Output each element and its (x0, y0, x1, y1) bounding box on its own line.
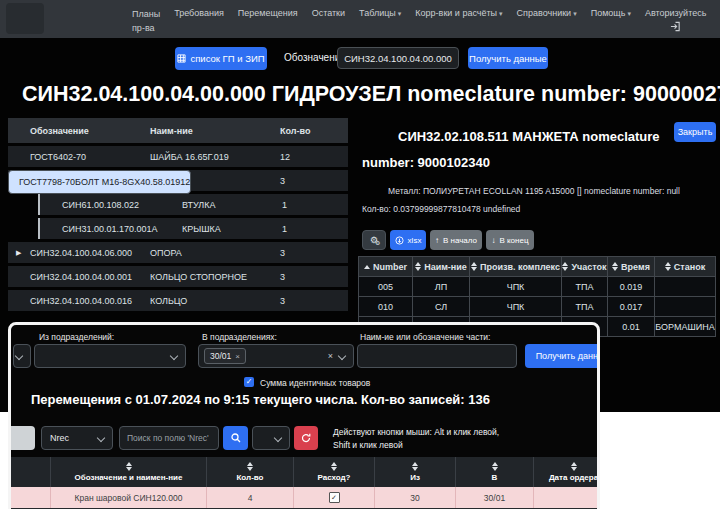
sort-header[interactable]: Из (375, 457, 456, 487)
nav-item-movements[interactable]: Перемещения (238, 8, 298, 18)
sort-icon (412, 462, 418, 471)
chevron-down-icon: ▾ (398, 10, 402, 17)
sort-icon (415, 262, 421, 271)
sort-icon (562, 262, 568, 271)
nav-item-plans[interactable]: Планы пр-ва (132, 8, 160, 35)
table-row[interactable]: 010 СЛ ЧПК ТПА 0.017 (358, 297, 716, 317)
sort-icon (571, 462, 577, 471)
sort-icon (665, 262, 671, 271)
table-row[interactable]: СИН32.04.100.04.00.001КОЛЬЦО СТОПОРНОЕ3 (8, 266, 348, 287)
sort-icon (126, 462, 132, 471)
bom-header-designation[interactable]: Обозначение (28, 126, 150, 136)
navbar-right: Авторизуйтесь Настройки ⚙ (645, 8, 720, 32)
consumed-checkbox[interactable]: ✓ (329, 492, 340, 503)
bom-header-qty[interactable]: Кол-во (280, 126, 348, 136)
row-select-header (11, 457, 51, 487)
remove-tag-icon[interactable]: × (235, 352, 240, 361)
secondary-select[interactable] (252, 426, 290, 450)
fetch-movements-button[interactable]: Получить данные (525, 344, 600, 368)
movements-heading: Перемещения с 01.07.2024 по 9:15 текущег… (31, 392, 490, 407)
refresh-icon (301, 433, 311, 443)
nav-item-login[interactable]: Авторизуйтесь (645, 8, 706, 32)
close-button[interactable]: Закрыть (674, 122, 716, 142)
from-departments-label: Из подразделений: (39, 332, 114, 342)
nav-item-stock[interactable]: Остатки (312, 8, 345, 18)
edge-button[interactable] (8, 426, 35, 450)
chevron-down-icon: ▾ (499, 10, 503, 17)
chevron-down-icon: ▾ (573, 10, 577, 17)
designation-input[interactable] (337, 47, 459, 69)
refresh-button[interactable] (294, 426, 318, 450)
fetch-data-button[interactable]: Получить данные (468, 47, 548, 69)
gears-icon: ⚙⚙ (370, 236, 378, 245)
sort-icon (612, 262, 618, 271)
sort-header[interactable]: В (456, 457, 534, 487)
detail-title: СИН32.02.108.511 МАНЖЕТА nomeclature num… (362, 124, 664, 176)
app-window: Планы пр-ва Требования Перемещения Остат… (0, 0, 720, 509)
scroll-to-end-button[interactable]: ↓В конец (486, 230, 534, 250)
edge-select[interactable] (13, 344, 31, 368)
movements-table: Обозначение и наимен-ние Кол-во Расход? … (11, 457, 600, 509)
sort-header[interactable]: Наим-ние (413, 256, 470, 277)
chevron-down-icon (170, 352, 178, 360)
sort-header[interactable]: Участок (562, 256, 608, 277)
table-row[interactable]: 005 ЛП ЧПК ТПА 0.019 (358, 277, 716, 297)
export-xlsx-button[interactable]: xlsx (390, 230, 426, 250)
search-button[interactable] (223, 426, 248, 450)
sort-header[interactable]: Number (358, 256, 413, 277)
table-row-selected[interactable]: ГОСТ7798-70БОЛТ М16-8GX40.58.01912 (8, 170, 191, 194)
nav-item-requirements[interactable]: Требования (174, 8, 224, 18)
table-row[interactable]: СИН32.04.100.04.00.016КОЛЬЦО3 (8, 290, 348, 311)
sort-header[interactable]: Произв. комплекс (470, 256, 562, 277)
arrow-up-icon: ↑ (435, 236, 439, 245)
part-name-input[interactable] (357, 344, 517, 368)
sort-icon (247, 462, 253, 471)
page-title: СИН32.04.100.04.00.000 ГИДРОУЗЕЛ nomecla… (22, 82, 712, 107)
to-departments-label: В подразделениях: (202, 332, 277, 342)
table-row[interactable]: ГОСТ6402-70ШАЙБА 16.65Г.01912 (8, 146, 348, 167)
sum-identical-checkbox[interactable]: ✓ (244, 377, 254, 387)
part-name-label: Наим-ие или обозначение части: (360, 332, 490, 342)
sort-icon (331, 462, 337, 471)
app-logo (6, 3, 44, 34)
chevron-down-icon (15, 352, 23, 360)
tree-expand-icon[interactable]: ▶ (8, 249, 28, 257)
sum-identical-label: Сумма идентичных товаров (260, 378, 370, 388)
search-icon (231, 433, 241, 443)
sort-header[interactable]: Обозначение и наимен-ние (51, 457, 207, 487)
search-field-select[interactable]: Nrec (41, 426, 113, 450)
login-icon (670, 21, 681, 32)
sort-header[interactable]: Дата ордера (534, 457, 600, 487)
chevron-down-icon (274, 434, 282, 442)
nav-item-directories[interactable]: Справочники▾ (517, 8, 577, 18)
search-input[interactable] (119, 426, 219, 450)
columns-settings-button[interactable]: ⚙⚙ (362, 230, 386, 250)
table-row-child[interactable]: СИН31.00.01.170.001АКРЫШКА1 (38, 218, 348, 239)
selected-tag: 30/01× (204, 348, 246, 364)
to-departments-multiselect[interactable]: 30/01× × (198, 344, 354, 368)
sort-header[interactable]: Кол-во (207, 457, 294, 487)
movements-header-row: Обозначение и наимен-ние Кол-во Расход? … (11, 457, 600, 487)
arrow-down-icon: ↓ (491, 236, 495, 245)
gp-zip-list-button[interactable]: список ГП и ЗИП (175, 47, 267, 70)
nav-item-tables[interactable]: Таблицы▾ (359, 8, 401, 18)
quantity-line: Кол-во: 0.03799999877810478 undefined (362, 204, 520, 214)
bom-header-name[interactable]: Наим-ние (150, 126, 280, 136)
sort-header[interactable]: Станок (655, 256, 716, 277)
from-departments-select[interactable] (34, 344, 186, 368)
sort-header[interactable]: Время (608, 256, 655, 277)
navbar: Планы пр-ва Требования Перемещения Остат… (0, 0, 720, 38)
scroll-to-start-button[interactable]: ↑В начало (430, 230, 482, 250)
grid-icon (177, 54, 186, 63)
download-circle-icon (395, 236, 404, 245)
operations-header-row: Number Наим-ние Произв. комплекс Участок… (358, 256, 716, 277)
sort-icon (492, 462, 498, 471)
table-row[interactable]: ▶ СИН32.04.100.04.06.000ОПОРА3 (8, 242, 348, 263)
mouse-hint-text: Действуют кнопки мыши: Alt и клик левой,… (333, 426, 513, 452)
nav-item-help[interactable]: Помощь▾ (591, 8, 631, 18)
sort-header[interactable]: Расход? (294, 457, 375, 487)
table-row-child[interactable]: СИН61.00.108.022ВТУЛКА1 (38, 194, 348, 215)
movements-window: Из подразделений: В подразделениях: 30/0… (8, 322, 600, 509)
table-row[interactable]: Кран шаровой СИН120.000 4 ✓ 30 30/01 (11, 487, 600, 508)
nav-item-corrections[interactable]: Корр-вки и расчёты▾ (415, 8, 502, 18)
